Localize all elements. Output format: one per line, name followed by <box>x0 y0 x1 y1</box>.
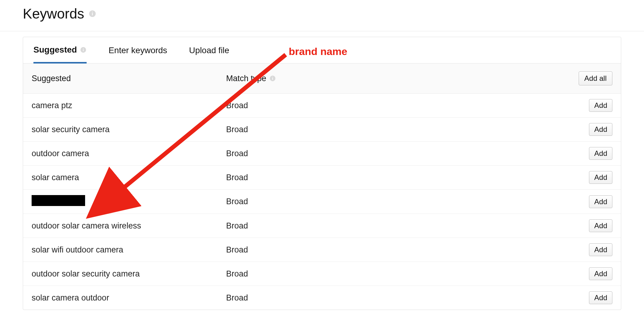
action-cell: Add <box>570 147 612 160</box>
action-cell: Add <box>570 195 612 208</box>
add-button[interactable]: Add <box>589 99 612 112</box>
table-row: camera ptzBroadAdd <box>23 94 621 118</box>
table-row: outdoor solar camera wirelessBroadAdd <box>23 214 621 238</box>
match-type-cell: Broad <box>226 173 570 182</box>
keyword-cell: solar camera <box>32 173 226 182</box>
table-row: solar cameraBroadAdd <box>23 166 621 190</box>
tab-enter-keywords[interactable]: Enter keywords <box>108 46 167 63</box>
match-type-cell: Broad <box>226 221 570 231</box>
keywords-panel: Suggested Enter keywords Upload file Sug… <box>23 37 621 310</box>
table-header: Suggested Match type Add all <box>23 64 621 94</box>
column-header-suggested: Suggested <box>32 74 226 83</box>
section-header: Keywords <box>0 0 644 31</box>
tabs: Suggested Enter keywords Upload file <box>23 37 621 64</box>
table-body: camera ptzBroadAddsolar security cameraB… <box>23 94 621 310</box>
tab-suggested[interactable]: Suggested <box>33 45 87 64</box>
add-button[interactable]: Add <box>589 219 612 232</box>
table-row: solar security cameraBroadAdd <box>23 118 621 142</box>
info-icon[interactable] <box>80 46 87 53</box>
add-button[interactable]: Add <box>589 291 612 304</box>
match-type-cell: Broad <box>226 293 570 303</box>
action-cell: Add <box>570 243 612 256</box>
svg-rect-1 <box>92 13 93 15</box>
svg-rect-7 <box>272 78 273 80</box>
tab-label: Enter keywords <box>108 46 167 55</box>
svg-rect-2 <box>92 12 93 12</box>
column-header-action: Add all <box>570 71 612 85</box>
action-cell: Add <box>570 171 612 184</box>
keyword-cell: solar security camera <box>32 125 226 134</box>
tab-label: Upload file <box>189 46 229 55</box>
action-cell: Add <box>570 291 612 304</box>
page-root: Keywords Suggested Enter keywords Upload… <box>0 0 644 316</box>
keyword-cell: solar wifi outdoor camera <box>32 245 226 255</box>
table-row: BroadAdd <box>23 190 621 214</box>
table-row: outdoor solar security cameraBroadAdd <box>23 262 621 286</box>
keyword-cell: outdoor solar security camera <box>32 269 226 279</box>
table-row: solar camera outdoorBroadAdd <box>23 286 621 310</box>
add-all-button[interactable]: Add all <box>579 71 612 85</box>
match-type-cell: Broad <box>226 269 570 279</box>
match-type-cell: Broad <box>226 245 570 255</box>
tab-upload-file[interactable]: Upload file <box>189 46 229 63</box>
match-type-cell: Broad <box>226 101 570 110</box>
add-button[interactable]: Add <box>589 171 612 184</box>
action-cell: Add <box>570 267 612 280</box>
svg-rect-8 <box>272 77 273 77</box>
column-header-match-type: Match type <box>226 74 570 83</box>
tab-label: Suggested <box>33 45 77 55</box>
keyword-cell: outdoor camera <box>32 149 226 158</box>
keyword-cell: outdoor solar camera wireless <box>32 221 226 231</box>
keyword-cell: solar camera outdoor <box>32 293 226 303</box>
add-button[interactable]: Add <box>589 267 612 280</box>
page-title: Keywords <box>23 5 84 22</box>
action-cell: Add <box>570 123 612 136</box>
add-button[interactable]: Add <box>589 123 612 136</box>
table-row: solar wifi outdoor cameraBroadAdd <box>23 238 621 262</box>
svg-rect-4 <box>83 49 84 51</box>
add-button[interactable]: Add <box>589 243 612 256</box>
redacted-brand-name <box>32 195 85 206</box>
action-cell: Add <box>570 219 612 232</box>
match-type-cell: Broad <box>226 149 570 158</box>
add-button[interactable]: Add <box>589 195 612 208</box>
action-cell: Add <box>570 99 612 112</box>
keyword-cell: camera ptz <box>32 101 226 110</box>
svg-rect-5 <box>83 48 84 49</box>
column-header-match-type-label: Match type <box>226 74 266 83</box>
match-type-cell: Broad <box>226 125 570 134</box>
match-type-cell: Broad <box>226 197 570 206</box>
keyword-cell <box>32 195 226 208</box>
add-button[interactable]: Add <box>589 147 612 160</box>
info-icon[interactable] <box>269 75 276 82</box>
table-row: outdoor cameraBroadAdd <box>23 142 621 166</box>
info-icon[interactable] <box>88 10 96 18</box>
